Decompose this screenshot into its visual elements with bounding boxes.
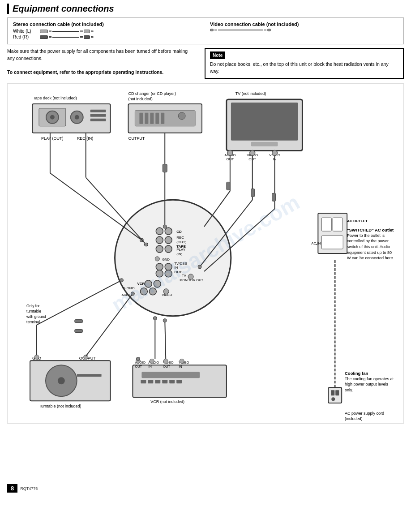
vcr-btn4	[162, 380, 167, 383]
gnd-label: GND	[162, 257, 170, 261]
video-connector-unit	[163, 288, 169, 294]
plug-turntable-2	[75, 329, 83, 332]
cd-slot-3	[150, 112, 154, 124]
stereo-cable-title: Stereo connection cable (not included)	[13, 21, 201, 27]
plug-tv-video-in	[272, 193, 276, 201]
instructions-section: Make sure that the power supply for all …	[7, 48, 404, 79]
play-in-label2: (IN)	[176, 252, 183, 256]
diagram-area: manualsarchive.com PLAY (OUT) REC (IN) T…	[7, 83, 404, 424]
page-content: Equipment connections Stereo connection …	[0, 4, 411, 496]
page-footer: 8 RQT4776	[7, 484, 38, 493]
instructions-text: Make sure that the power supply for all …	[7, 48, 196, 76]
vcr-btn1	[141, 380, 146, 383]
cd-slot-5	[161, 112, 164, 124]
cable-info-section: Stereo connection cable (not included) W…	[7, 17, 404, 44]
page-header: Equipment connections	[7, 4, 404, 14]
switched-outlet-text: Power to the outlet is controlled by the…	[347, 233, 396, 261]
switched-outlet-section: "SWITCHED" AC outlet Power to the outlet…	[347, 227, 396, 261]
vcr-audio-in-conn	[150, 359, 154, 363]
page-number: 8	[7, 484, 17, 493]
ac-cord-label: AC power supply cord (included)	[345, 411, 396, 422]
video-cable-visual	[210, 29, 271, 31]
outlet-socket-1	[321, 218, 331, 231]
vcr-video-in-label2: IN	[179, 365, 182, 369]
red-cable-visual	[40, 35, 94, 39]
vcr-l-connector	[145, 280, 152, 287]
rec-out-label2: (OUT)	[176, 240, 186, 244]
vcr-btn2	[148, 380, 153, 383]
ac-outlet-label: AC OUTLET	[347, 219, 368, 223]
outlet-prong1	[331, 390, 334, 395]
vcr-btn5	[169, 380, 175, 383]
cd-slot-4	[155, 112, 159, 124]
rec-in-label: REC (IN)	[77, 136, 93, 140]
main-unit-circle	[115, 200, 231, 316]
ground-note-4: terminal.	[26, 319, 41, 324]
vcr-video-out-conn	[163, 359, 168, 363]
out-label: OUT	[174, 270, 182, 274]
ground-note-2: turntable	[26, 309, 41, 313]
household-outlet-symbol	[328, 387, 342, 403]
phono-l-connector	[140, 287, 147, 295]
vcr-btn6	[176, 380, 182, 383]
cooling-fan-text: The cooling fan operates at high power o…	[345, 376, 396, 393]
cooling-fan-section: Cooling fan The cooling fan operates at …	[345, 370, 396, 393]
cd-body	[135, 110, 195, 126]
vcr-tape-slot	[141, 372, 200, 378]
note-label: Note	[210, 51, 225, 59]
tvdss-out-l	[156, 270, 163, 277]
turntable-label: Turntable (not included)	[39, 404, 81, 408]
vcr-audio-out-label2: OUT	[135, 365, 142, 369]
switched-outlet-title: "SWITCHED" AC outlet	[347, 227, 396, 233]
ground-note-1: Only for	[26, 303, 40, 308]
turntable-center	[58, 377, 65, 384]
cd-connector-label: CD	[176, 230, 182, 234]
outlet-prong2	[335, 390, 339, 395]
tape-deck-label: Tape deck (not included)	[33, 95, 77, 100]
tape-r-connector	[165, 245, 172, 253]
tv-monitor-out-label: TV	[182, 273, 186, 277]
gnd-wire-h	[37, 280, 122, 325]
cd-slot-1	[139, 112, 143, 124]
rec-in-wire-h	[86, 177, 146, 245]
red-label: Red (R)	[13, 34, 40, 39]
page-title: Equipment connections	[13, 4, 114, 14]
stereo-cable-info: Stereo connection cable (not included) W…	[13, 21, 201, 40]
white-cable-visual	[40, 30, 94, 33]
phono-label-on-unit: PHONO	[121, 286, 134, 290]
tv-video-wire-end	[198, 265, 201, 268]
tape-reel-center-right	[75, 115, 79, 119]
tvdss-out-r	[165, 270, 172, 277]
tape-l-connector	[156, 245, 163, 253]
plug-tv-video	[251, 189, 255, 197]
play-out-wire-h	[50, 173, 141, 240]
cd-changer-label2: (not included)	[128, 96, 152, 101]
plug-turntable-1	[75, 319, 83, 322]
outlet-socket-2	[333, 218, 342, 231]
cd-slot-2	[145, 112, 148, 124]
model-number: RQT4776	[20, 486, 38, 491]
tape-button-3	[90, 118, 106, 121]
vcr-device-label: VCR (not included)	[150, 399, 184, 404]
plug-tv-audio	[227, 182, 230, 190]
rec-out-label: REC	[176, 236, 184, 240]
vcr-wire-top-end	[153, 316, 157, 320]
vcr-wire-bottom-end	[136, 357, 140, 360]
play-out-label: PLAY (OUT)	[41, 136, 64, 140]
cd-connector-end	[163, 225, 167, 228]
turntable-arm	[77, 374, 102, 377]
tvdss-label: TV/DSS	[174, 261, 187, 265]
note-box: Note Do not place books, etc., on the to…	[205, 48, 404, 79]
cd-output-label: OUTPUT	[128, 136, 145, 140]
ground-note-3: with ground	[26, 314, 46, 318]
turntable-output-wire	[86, 293, 133, 356]
stereo-red-row: Red (R)	[13, 34, 201, 39]
tape-reel-center-left	[50, 115, 55, 119]
turntable-wire-end	[131, 292, 134, 295]
video-cable-row	[210, 29, 398, 31]
vcr-video-out-label2: OUT	[163, 365, 170, 369]
tvdss-r-connector	[165, 263, 172, 270]
instructions-bold: To connect equipment, refer to the appro…	[7, 69, 196, 76]
video-cable-info: Video connection cable (not included)	[201, 21, 398, 32]
vcr-btn3	[155, 380, 160, 383]
